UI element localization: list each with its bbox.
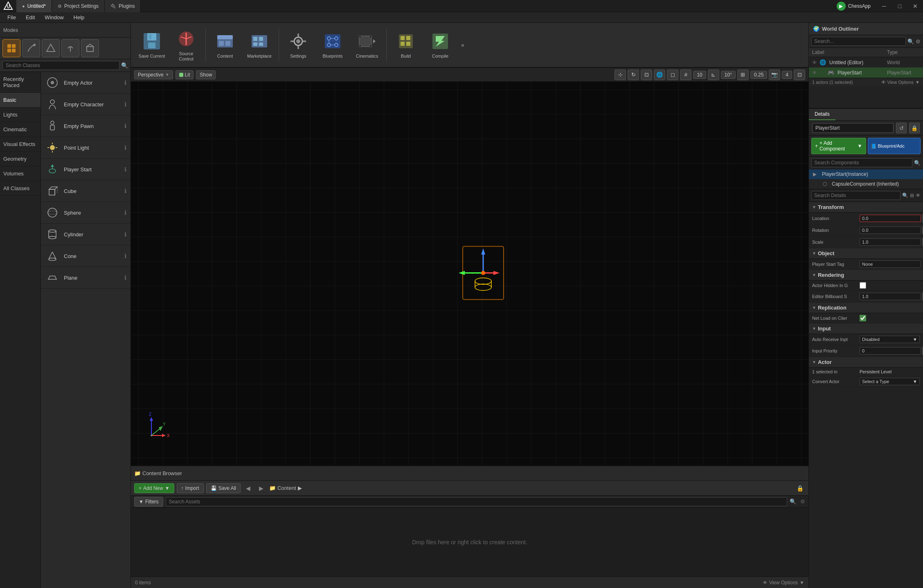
place-item-point-light[interactable]: Point Light ℹ bbox=[41, 137, 131, 159]
outliner-row-world[interactable]: 👁 🌐 Untitled (Editor) World bbox=[809, 57, 923, 67]
category-cinematic[interactable]: Cinematic bbox=[0, 122, 41, 137]
blueprint-button[interactable]: 📘 Blueprint/Adc bbox=[868, 138, 921, 154]
vp-translate-btn[interactable]: ⊹ bbox=[615, 70, 626, 80]
actor-lock-btn[interactable]: 🔒 bbox=[909, 123, 920, 133]
mode-geometry[interactable] bbox=[81, 39, 99, 57]
menu-window[interactable]: Window bbox=[41, 13, 68, 21]
search-assets-input[interactable] bbox=[166, 497, 787, 506]
details-search-input[interactable] bbox=[811, 191, 900, 200]
category-geometry[interactable]: Geometry bbox=[0, 152, 41, 166]
place-item-sphere[interactable]: Sphere ℹ bbox=[41, 202, 131, 224]
menu-help[interactable]: Help bbox=[70, 13, 89, 21]
outliner-eye-world[interactable]: 👁 bbox=[812, 60, 817, 65]
components-search-input[interactable] bbox=[811, 158, 912, 167]
auto-receive-select[interactable]: Disabled ▼ bbox=[860, 336, 920, 343]
editor-billboard-input[interactable] bbox=[860, 293, 921, 300]
location-x-input[interactable] bbox=[860, 215, 921, 222]
import-button[interactable]: ↑ Import bbox=[177, 483, 204, 493]
toolbar-settings[interactable]: Settings bbox=[281, 26, 315, 65]
toolbar-save-current[interactable]: Save Current bbox=[135, 26, 169, 65]
svg-marker-91 bbox=[493, 271, 500, 275]
minimize-button[interactable]: ─ bbox=[876, 0, 892, 12]
outliner-view-options[interactable]: 👁 View Options ▼ bbox=[881, 80, 920, 85]
input-priority-input[interactable] bbox=[860, 347, 921, 355]
vp-scale-snap-btn[interactable]: ⊞ bbox=[737, 70, 749, 80]
input-section-header[interactable]: ▼ Input bbox=[809, 323, 923, 334]
transform-section-header[interactable]: ▼ Transform bbox=[809, 202, 923, 213]
toolbar-cinematics[interactable]: Cinematics bbox=[350, 26, 384, 65]
add-new-button[interactable]: + Add New ▼ bbox=[134, 483, 174, 493]
component-capsule-inherited[interactable]: ⬡ CapsuleComponent (Inherited) bbox=[809, 179, 923, 189]
actor-reset-btn[interactable]: ↺ bbox=[896, 123, 907, 133]
menu-file[interactable]: File bbox=[3, 13, 20, 21]
vp-scale-btn[interactable]: ⊡ bbox=[641, 70, 652, 80]
nav-forward-button[interactable]: ▶ bbox=[256, 483, 267, 494]
outliner-row-playerstart[interactable]: 👁 🎮 PlayerStart PlayerStart bbox=[809, 67, 923, 78]
convert-actor-select[interactable]: Select a Type ▼ bbox=[860, 378, 920, 385]
actor-name-input[interactable] bbox=[812, 123, 894, 133]
rotation-x-input[interactable] bbox=[860, 227, 921, 234]
place-item-empty-character[interactable]: Empty Character ℹ bbox=[41, 94, 131, 115]
filters-button[interactable]: ▼ Filters bbox=[134, 497, 163, 507]
object-section-header[interactable]: ▼ Object bbox=[809, 248, 923, 259]
category-all-classes[interactable]: All Classes bbox=[0, 181, 41, 196]
replication-section-header[interactable]: ▼ Replication bbox=[809, 303, 923, 313]
vp-world-btn[interactable]: 🌐 bbox=[654, 70, 665, 80]
viewport-view-mode[interactable]: Lit bbox=[176, 70, 194, 79]
vp-rotate-btn[interactable]: ↻ bbox=[628, 70, 639, 80]
toolbar-content[interactable]: Content bbox=[208, 26, 242, 65]
toolbar-compile[interactable]: Compile bbox=[423, 26, 457, 65]
vp-angle-btn[interactable]: ⊾ bbox=[708, 70, 719, 80]
toolbar-marketplace[interactable]: Marketplace bbox=[243, 26, 276, 65]
mode-landscape[interactable] bbox=[42, 39, 60, 57]
place-item-empty-pawn[interactable]: Empty Pawn ℹ bbox=[41, 115, 131, 137]
category-volumes[interactable]: Volumes bbox=[0, 166, 41, 181]
vp-surface-btn[interactable]: ◻ bbox=[667, 70, 678, 80]
close-button[interactable]: ✕ bbox=[907, 0, 923, 12]
place-item-cube[interactable]: Cube ℹ bbox=[41, 180, 131, 202]
toolbar-source-control[interactable]: Source Control bbox=[169, 26, 203, 65]
place-item-empty-actor[interactable]: Empty Actor ℹ bbox=[41, 72, 131, 94]
component-playerstart-instance[interactable]: ▶ PlayerStart(Instance) bbox=[809, 169, 923, 179]
place-item-cylinder[interactable]: Cylinder ℹ bbox=[41, 224, 131, 245]
toolbar-build[interactable]: Build bbox=[389, 26, 423, 65]
mode-foliage[interactable] bbox=[61, 39, 79, 57]
place-item-cone[interactable]: Cone ℹ bbox=[41, 245, 131, 267]
net-load-checkbox[interactable] bbox=[860, 315, 866, 321]
place-item-plane[interactable]: Plane ℹ bbox=[41, 267, 131, 289]
viewport[interactable]: X Z Y bbox=[131, 82, 808, 465]
outliner-search-input[interactable] bbox=[811, 37, 906, 46]
actor-hidden-checkbox[interactable] bbox=[860, 282, 866, 289]
vp-camera-btn[interactable]: 📷 bbox=[769, 70, 780, 80]
toolbar-expand-arrow[interactable]: » bbox=[458, 40, 468, 50]
outliner-eye-playerstart[interactable]: 👁 bbox=[812, 70, 817, 76]
tab-details[interactable]: Details bbox=[809, 109, 835, 120]
category-lights[interactable]: Lights bbox=[0, 108, 41, 122]
vp-grid-btn[interactable]: # bbox=[680, 70, 691, 80]
viewport-mode-dropdown[interactable]: Perspective ▼ bbox=[134, 70, 173, 79]
mode-paint[interactable] bbox=[22, 39, 40, 57]
content-area[interactable]: Drop files here or right click to create… bbox=[131, 508, 808, 577]
actor-section-header[interactable]: ▼ Actor bbox=[809, 357, 923, 368]
scale-x-input[interactable] bbox=[860, 238, 921, 246]
category-basic[interactable]: Basic bbox=[0, 93, 41, 108]
search-classes-input[interactable] bbox=[2, 61, 119, 70]
tab-project-settings[interactable]: ⚙ Project Settings bbox=[52, 0, 105, 12]
nav-back-button[interactable]: ◀ bbox=[243, 483, 254, 494]
viewport-show[interactable]: Show bbox=[196, 70, 216, 79]
toolbar-blueprints[interactable]: Blueprints bbox=[316, 26, 349, 65]
category-recently-placed[interactable]: Recently Placed bbox=[0, 72, 41, 93]
rendering-section-header[interactable]: ▼ Rendering bbox=[809, 270, 923, 281]
add-component-button[interactable]: + + Add Component ▼ bbox=[811, 138, 866, 154]
menu-edit[interactable]: Edit bbox=[22, 13, 39, 21]
tab-untitled[interactable]: ● Untitled* bbox=[16, 0, 52, 12]
maximize-button[interactable]: □ bbox=[892, 0, 907, 12]
place-item-player-start[interactable]: Player Start ℹ bbox=[41, 159, 131, 180]
save-all-button[interactable]: 💾 Save All bbox=[206, 483, 241, 493]
category-visual-effects[interactable]: Visual Effects bbox=[0, 137, 41, 152]
mode-place[interactable] bbox=[2, 39, 20, 57]
cb-lock-btn[interactable]: 🔒 bbox=[795, 483, 805, 494]
tab-plugins[interactable]: 🔌 Plugins bbox=[105, 0, 141, 12]
vp-maximize-btn[interactable]: ⊡ bbox=[794, 70, 805, 80]
player-start-tag-input[interactable] bbox=[860, 260, 921, 268]
